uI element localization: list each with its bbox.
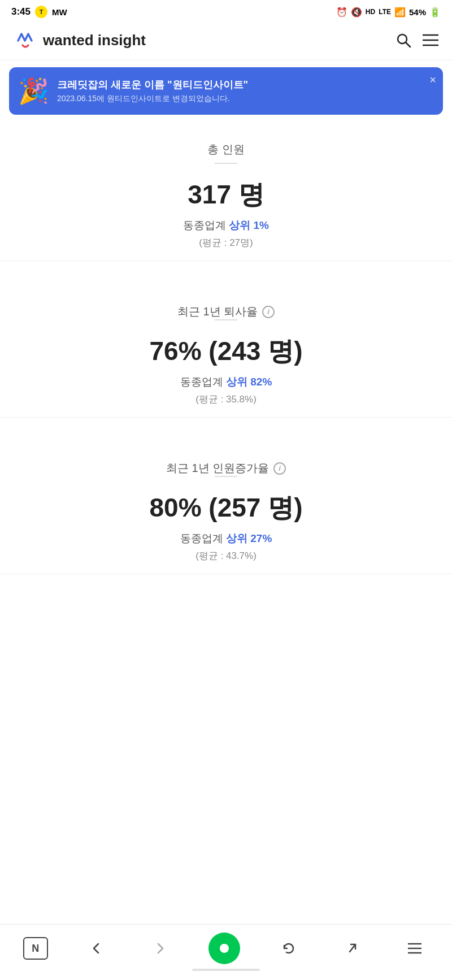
section-2-value: 76% (243 명) [14, 334, 438, 369]
total-headcount-section: 총 인원 317 명 동종업계 상위 1% (평균 : 27명) [0, 122, 452, 261]
announcement-banner: 🎉 크레딧잡의 새로운 이름 "원티드인사이트" 2023.06.15에 원티드… [9, 67, 443, 115]
signal-icon: 📶 [394, 7, 406, 18]
section-3-value: 80% (257 명) [14, 491, 438, 526]
browser-menu-button[interactable] [401, 937, 429, 960]
talk-icon: T [35, 6, 47, 18]
section-1-avg: (평균 : 27명) [14, 236, 438, 249]
spacer-2 [0, 418, 452, 440]
section-3-rank-prefix: 동종업계 [180, 532, 226, 544]
section-3-avg: (평균 : 43.7%) [14, 549, 438, 562]
section-2-rank: 동종업계 상위 82% [14, 375, 438, 389]
carrier-label: MW [52, 7, 67, 17]
n-label: N [32, 943, 39, 955]
section-2-rank-highlight: 상위 82% [226, 376, 272, 388]
naver-button[interactable]: N [23, 937, 48, 960]
banner-close-button[interactable]: × [429, 74, 436, 85]
search-button[interactable] [395, 32, 411, 48]
section-1-rank: 동종업계 상위 1% [14, 218, 438, 233]
menu-button[interactable] [423, 34, 438, 46]
svg-point-5 [220, 944, 229, 953]
svg-line-6 [350, 944, 355, 952]
time-display: 3:45 [11, 6, 31, 18]
back-button[interactable] [82, 937, 111, 960]
app-title: wanted insight [43, 32, 146, 49]
section-3-info-icon[interactable]: i [273, 462, 286, 475]
bottom-spacer [0, 574, 452, 642]
lte-icon: LTE [379, 8, 391, 16]
alarm-icon: ⏰ [336, 7, 347, 18]
logo-icon [14, 28, 37, 52]
section-1-rank-highlight: 상위 1% [229, 219, 269, 231]
app-header: wanted insight [0, 21, 452, 60]
refresh-button[interactable] [275, 937, 303, 960]
mute-icon: 🔇 [351, 7, 362, 18]
home-button[interactable] [208, 933, 240, 964]
status-bar-right: ⏰ 🔇 HD LTE 📶 54% 🔋 [336, 7, 441, 18]
section-2-avg: (평균 : 35.8%) [14, 393, 438, 406]
section-2-divider [215, 319, 237, 320]
banner-title: 크레딧잡의 새로운 이름 "원티드인사이트" [57, 78, 420, 92]
battery-icon: 🔋 [429, 7, 441, 18]
spacer-1 [0, 261, 452, 284]
hd-icon: HD [366, 8, 375, 16]
status-bar: 3:45 T MW ⏰ 🔇 HD LTE 📶 54% 🔋 [0, 0, 452, 21]
scroll-indicator [192, 969, 260, 977]
banner-text-area: 크레딧잡의 새로운 이름 "원티드인사이트" 2023.06.15에 원티드인사… [57, 78, 420, 104]
svg-line-1 [406, 42, 410, 47]
share-button[interactable] [338, 937, 366, 960]
banner-subtitle: 2023.06.15에 원티드인사이트로 변경되었습니다. [57, 94, 420, 104]
section-3-title-wrapper: 최근 1년 인원증가율 i [166, 461, 286, 476]
forward-button[interactable] [146, 937, 174, 960]
turnover-rate-section: 최근 1년 퇴사율 i 76% (243 명) 동종업계 상위 82% (평균 … [0, 284, 452, 418]
section-1-title: 총 인원 [14, 142, 438, 157]
banner-emoji: 🎉 [18, 76, 49, 106]
battery-display: 54% [409, 7, 426, 17]
section-2-info-icon[interactable]: i [262, 306, 275, 318]
status-bar-left: 3:45 T MW [11, 6, 67, 18]
headcount-growth-section: 최근 1년 인원증가율 i 80% (257 명) 동종업계 상위 27% (평… [0, 440, 452, 574]
section-3-title: 최근 1년 인원증가율 [166, 461, 269, 476]
section-3-rank: 동종업계 상위 27% [14, 531, 438, 546]
section-1-value: 317 명 [14, 177, 438, 213]
logo-area: wanted insight [14, 28, 146, 52]
section-2-title: 최근 1년 퇴사율 [177, 304, 258, 319]
section-1-divider [215, 163, 237, 164]
section-2-rank-prefix: 동종업계 [180, 376, 226, 388]
section-3-rank-highlight: 상위 27% [226, 532, 272, 544]
header-icons [395, 32, 438, 48]
section-2-title-wrapper: 최근 1년 퇴사율 i [177, 304, 275, 319]
section-1-rank-prefix: 동종업계 [183, 219, 229, 231]
section-3-divider [215, 476, 237, 477]
